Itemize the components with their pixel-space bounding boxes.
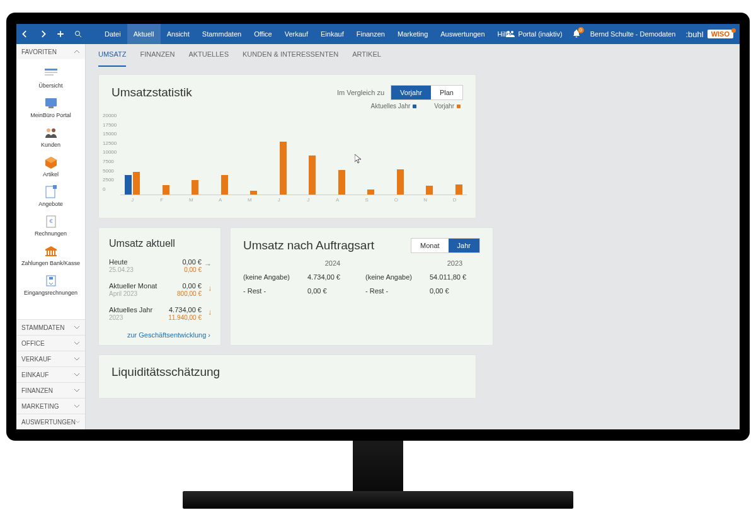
bank-icon — [43, 244, 59, 258]
menu-item-aktuell[interactable]: Aktuell — [127, 24, 161, 44]
xtick: N — [417, 197, 434, 203]
card-title: Umsatzstatistik — [112, 86, 192, 99]
sidebar-section-marketing[interactable]: MARKETING — [16, 398, 85, 414]
chevron-up-icon — [74, 48, 80, 55]
bar-group: J — [271, 142, 288, 195]
sidebar-section-verkauf[interactable]: VERKAUF — [16, 351, 85, 366]
menu-item-ansicht[interactable]: Ansicht — [161, 24, 196, 44]
menu-item-datei[interactable]: Datei — [98, 24, 127, 44]
bell-icon[interactable] — [573, 30, 580, 39]
xtick: D — [447, 197, 464, 203]
ytick: 17500 — [103, 123, 117, 132]
bar-group: A — [329, 170, 346, 195]
xtick: A — [212, 197, 229, 203]
compare-label: Im Vergleich zu — [337, 89, 384, 96]
table-cell: 0,00 € — [430, 287, 480, 295]
svg-rect-5 — [45, 74, 54, 76]
period-opt-monat[interactable]: Monat — [411, 239, 449, 252]
sidebar-favoriten-header[interactable]: FAVORITEN — [16, 44, 85, 59]
svg-rect-3 — [45, 69, 57, 71]
menu-item-office[interactable]: Office — [248, 24, 278, 44]
ytick: 12500 — [103, 141, 117, 150]
period-opt-jahr[interactable]: Jahr — [449, 239, 479, 252]
sidebar-section-finanzen[interactable]: FINANZEN — [16, 382, 85, 398]
menu-item-finanzen[interactable]: Finanzen — [350, 24, 391, 44]
sidebar-section-label: FINANZEN — [21, 387, 53, 394]
sidebar-item-people[interactable]: Kunden — [16, 122, 85, 152]
sidebar-item-label: Kunden — [41, 142, 60, 148]
svg-point-9 — [52, 128, 55, 132]
bar-current — [125, 175, 132, 195]
metric-value: 4.734,00 € — [168, 306, 202, 314]
xtick: J — [271, 197, 288, 203]
card-umsatz-aktuell: Umsatz aktuell Heute25.04.230,00 €0,00 €… — [98, 227, 221, 346]
card-title: Umsatz aktuell — [109, 238, 210, 249]
sidebar-item-box[interactable]: Artikel — [16, 152, 85, 181]
sidebar-item-label: Artikel — [43, 171, 59, 178]
metric-row: Aktueller MonatApril 20230,00 €800,00 €↓ — [109, 282, 210, 297]
compare-toggle: VorjahrPlan — [391, 85, 463, 100]
main-menu: DateiAktuellAnsichtStammdatenOfficeVerka… — [98, 24, 518, 44]
sidebar-item-overview[interactable]: Übersicht — [16, 63, 85, 93]
bar-prev — [338, 170, 345, 195]
tab-aktuelles[interactable]: AKTUELLES — [188, 50, 229, 67]
tab-kunden-interessenten[interactable]: KUNDEN & INTERESSENTEN — [243, 50, 338, 67]
tab-umsatz[interactable]: UMSATZ — [98, 50, 126, 67]
sidebar-item-invoice[interactable]: €Rechnungen — [16, 211, 85, 241]
sidebar-item-label: Angebote — [38, 201, 63, 207]
svg-rect-17 — [54, 251, 55, 255]
legend-current: Aktuelles Jahr — [365, 103, 417, 110]
link-geschaeftsentwicklung[interactable]: zur Geschäftsentwicklung › — [109, 331, 210, 339]
xtick: S — [358, 197, 375, 203]
brand-wiso: WISO — [707, 30, 733, 38]
chevron-down-icon — [74, 356, 80, 362]
sidebar-section-stammdaten[interactable]: STAMMDATEN — [16, 319, 85, 335]
xtick: A — [329, 197, 346, 203]
invoice-icon: € — [43, 215, 59, 229]
menu-item-verkauf[interactable]: Verkauf — [278, 24, 314, 44]
menu-item-stammdaten[interactable]: Stammdaten — [196, 24, 248, 44]
arrow-right-icon: → — [204, 260, 212, 269]
metric-subvalue: 800,00 € — [177, 290, 202, 297]
svg-point-8 — [47, 128, 50, 132]
search-button[interactable] — [69, 24, 87, 44]
sidebar-item-label: Übersicht — [38, 82, 62, 89]
xtick: J — [300, 197, 317, 203]
menu-item-einkauf[interactable]: Einkauf — [314, 24, 350, 44]
chevron-down-icon — [74, 324, 80, 331]
period-toggle: MonatJahr — [411, 238, 480, 253]
card-umsatz-auftragsart: Umsatz nach Auftragsart MonatJahr 202420… — [230, 227, 493, 346]
tab-finanzen[interactable]: FINANZEN — [140, 50, 175, 67]
back-button[interactable] — [16, 24, 34, 44]
sidebar-section-label: OFFICE — [21, 340, 45, 347]
tab-artikel[interactable]: ARTIKEL — [352, 50, 381, 67]
chart-area: 20000175001500012500100007500500025000 J… — [99, 111, 476, 218]
overview-icon — [43, 67, 59, 81]
menu-item-auswertungen[interactable]: Auswertungen — [434, 24, 491, 44]
sidebar-item-offer[interactable]: Angebote — [16, 181, 85, 211]
add-button[interactable] — [52, 24, 69, 44]
sidebar-section-office[interactable]: OFFICE — [16, 335, 85, 351]
svg-point-0 — [76, 31, 80, 36]
sidebar-section-einkauf[interactable]: EINKAUF — [16, 366, 85, 382]
brand: :buhlWISO — [685, 30, 733, 39]
sidebar-section-auswertungen[interactable]: AUSWERTUNGEN — [16, 414, 85, 429]
sidebar-item-portal[interactable]: MeinBüro Portal — [16, 93, 85, 122]
table-cell: 54.011,80 € — [430, 273, 480, 281]
forward-button[interactable] — [34, 24, 52, 44]
bar-group: J — [124, 172, 141, 195]
compare-opt-vorjahr[interactable]: Vorjahr — [391, 86, 431, 99]
metric-subvalue: 11.940,00 € — [168, 314, 202, 321]
metric-label: Aktueller Monat — [109, 282, 157, 290]
sidebar-item-inbox[interactable]: Eingangsrechnungen — [16, 270, 85, 300]
xtick: F — [154, 197, 171, 203]
svg-rect-4 — [45, 72, 57, 73]
sidebar-section-label: STAMMDATEN — [21, 324, 65, 331]
users-icon[interactable]: Portal (inaktiv) — [506, 30, 562, 38]
bar-group: A — [212, 175, 229, 195]
menu-item-marketing[interactable]: Marketing — [391, 24, 434, 44]
portal-label: Portal (inaktiv) — [518, 30, 562, 38]
user-label[interactable]: Bernd Schulte - Demodaten — [590, 30, 676, 38]
sidebar-item-bank[interactable]: Zahlungen Bank/Kasse — [16, 241, 85, 270]
compare-opt-plan[interactable]: Plan — [431, 86, 462, 99]
